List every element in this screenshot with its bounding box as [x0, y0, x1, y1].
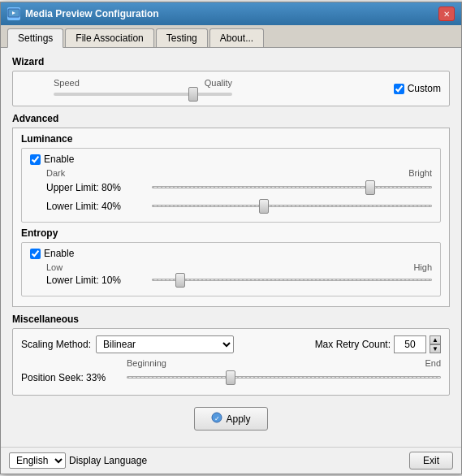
entropy-lower-slider-area [152, 272, 432, 288]
bright-label: Bright [408, 168, 432, 178]
entropy-sliders: Low High Lower Limit: 10% [30, 262, 432, 288]
lower-limit-thumb[interactable] [259, 199, 269, 214]
upper-limit-track[interactable] [152, 186, 432, 188]
position-seek-label: Position Seek: 33% [21, 372, 127, 383]
tab-testing[interactable]: Testing [156, 28, 208, 47]
upper-limit-label: Upper Limit: 80% [46, 182, 152, 193]
beginning-end-labels: Beginning End [21, 358, 441, 368]
entropy-lower-thumb[interactable] [175, 273, 185, 288]
wizard-section: Wizard Speed Quality Custom [12, 56, 450, 106]
scaling-label: Scaling Method: [21, 339, 91, 350]
display-language-label: Display Language [69, 455, 147, 466]
spin-up-button[interactable]: ▲ [430, 335, 441, 344]
wizard-title: Wizard [12, 56, 450, 67]
scaling-row: Scaling Method: Bilinear Nearest Bicubic… [21, 335, 441, 353]
luminance-enable-label[interactable]: Enable [44, 154, 74, 165]
position-seek-section: Beginning End Position Seek: 33% [21, 358, 441, 385]
wizard-slider-thumb[interactable] [188, 87, 198, 102]
apply-button[interactable]: ✓ Apply [194, 407, 267, 431]
settings-content: Wizard Speed Quality Custom [1, 48, 461, 447]
miscellaneous-title: Miscellaneous [12, 314, 450, 325]
upper-limit-thumb[interactable] [365, 180, 375, 195]
position-seek-slider-area [127, 370, 441, 385]
luminance-title: Luminance [21, 133, 441, 145]
lower-limit-label: Lower Limit: 40% [46, 201, 152, 212]
upper-limit-slider-area [152, 180, 432, 195]
tab-about[interactable]: About... [209, 28, 264, 47]
lower-limit-track[interactable] [152, 205, 432, 207]
max-retry-label: Max Retry Count: [315, 339, 391, 350]
advanced-title: Advanced [12, 113, 450, 124]
entropy-enable-row: Enable [30, 248, 432, 259]
wizard-slider-area: Speed Quality [54, 78, 232, 99]
dark-label: Dark [46, 168, 65, 178]
miscellaneous-section: Miscellaneous Scaling Method: Bilinear N… [12, 314, 450, 396]
max-retry-group: Max Retry Count: ▲ ▼ [315, 335, 441, 353]
close-button[interactable]: ✕ [438, 6, 455, 21]
spin-down-button[interactable]: ▼ [430, 344, 441, 353]
language-row: English Display Language [9, 452, 147, 469]
end-label: End [425, 358, 441, 368]
advanced-section: Advanced Luminance Enable Dark Bright [12, 113, 450, 307]
title-bar-buttons: ✕ [438, 6, 455, 21]
low-high-labels: Low High [46, 262, 432, 272]
entropy-box: Enable Low High Lower Limit: 10% [21, 242, 441, 296]
lower-limit-row: Lower Limit: 40% [46, 198, 432, 214]
entropy-lower-limit-row: Lower Limit: 10% [46, 272, 432, 288]
scaling-select[interactable]: Bilinear Nearest Bicubic Lanczos [96, 335, 234, 353]
footer: ✓ Apply [12, 402, 450, 439]
lower-limit-slider-area [152, 198, 432, 214]
tab-file-association[interactable]: File Association [65, 28, 153, 47]
svg-text:✓: ✓ [214, 415, 220, 422]
max-retry-input[interactable] [394, 335, 426, 353]
tab-settings[interactable]: Settings [7, 28, 63, 48]
low-label: Low [46, 262, 63, 272]
wizard-slider-track[interactable] [54, 93, 232, 96]
custom-label[interactable]: Custom [408, 83, 441, 94]
entropy-enable-label[interactable]: Enable [44, 248, 74, 259]
upper-limit-row: Upper Limit: 80% [46, 180, 432, 195]
wizard-slider-labels: Speed Quality [54, 78, 232, 88]
dark-bright-labels: Dark Bright [46, 168, 432, 178]
wizard-row: Speed Quality Custom [21, 78, 441, 99]
entropy-lower-track[interactable] [152, 279, 432, 281]
apply-icon: ✓ [211, 412, 222, 426]
luminance-sliders: Dark Bright Upper Limit: 80% [30, 168, 432, 214]
wizard-box: Speed Quality Custom [12, 71, 450, 106]
luminance-enable-checkbox[interactable] [30, 154, 41, 165]
entropy-enable-checkbox[interactable] [30, 249, 41, 259]
exit-button[interactable]: Exit [409, 452, 453, 470]
apply-label: Apply [226, 413, 250, 425]
custom-checkbox-row: Custom [394, 83, 441, 94]
window-title: Media Preview Configuration [25, 8, 159, 19]
app-icon [7, 7, 20, 20]
status-bar: English Display Language Exit [1, 447, 461, 474]
quality-label: Quality [205, 78, 232, 88]
beginning-label: Beginning [127, 358, 166, 368]
entropy-lower-limit-label: Lower Limit: 10% [46, 275, 152, 286]
entropy-title: Entropy [21, 227, 441, 239]
main-window: Media Preview Configuration ✕ Settings F… [0, 2, 462, 474]
title-bar: Media Preview Configuration ✕ [1, 2, 461, 25]
custom-checkbox[interactable] [394, 84, 404, 94]
position-seek-thumb[interactable] [226, 370, 235, 385]
luminance-enable-row: Enable [30, 154, 432, 165]
position-seek-row: Position Seek: 33% [21, 370, 441, 385]
advanced-box: Luminance Enable Dark Bright Upper Limi [12, 128, 450, 307]
luminance-box: Enable Dark Bright Upper Limit: 80% [21, 148, 441, 223]
title-bar-left: Media Preview Configuration [7, 7, 159, 20]
language-select[interactable]: English [9, 452, 66, 469]
high-label: High [413, 262, 432, 272]
tab-bar: Settings File Association Testing About.… [1, 25, 461, 48]
speed-label: Speed [54, 78, 80, 88]
position-seek-track[interactable] [127, 376, 441, 379]
miscellaneous-box: Scaling Method: Bilinear Nearest Bicubic… [12, 328, 450, 396]
spinner-buttons: ▲ ▼ [430, 335, 441, 353]
